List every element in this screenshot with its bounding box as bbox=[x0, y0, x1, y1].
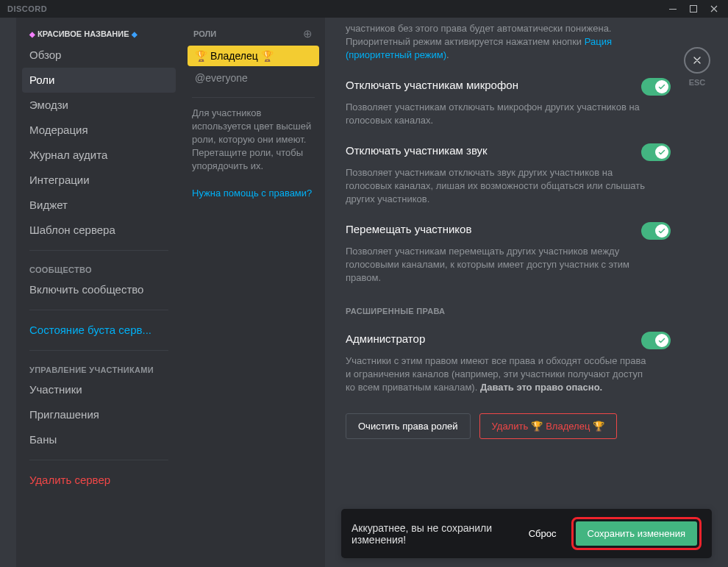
section-community: СООБЩЕСТВО bbox=[22, 258, 176, 277]
clear-role-permissions-button[interactable]: Очистить права ролей bbox=[346, 413, 471, 439]
permission-move-members: Перемещать участников Позволяет участник… bbox=[346, 222, 671, 285]
toggle-move-members[interactable] bbox=[641, 222, 671, 240]
delete-role-button[interactable]: Удалить 🏆 Владелец 🏆 bbox=[479, 413, 618, 439]
trophy-icon: 🏆 bbox=[531, 421, 543, 432]
sidebar-item-members[interactable]: Участники bbox=[22, 377, 176, 402]
sidebar-item-integrations[interactable]: Интеграции bbox=[22, 168, 176, 193]
sidebar-item-moderation[interactable]: Модерация bbox=[22, 118, 176, 143]
permission-description: Участники с этим правом имеют все права … bbox=[346, 354, 647, 394]
settings-sidebar: ◆ КРАСИВОЕ НАЗВАНИЕ ◆ Обзор Роли Эмодзи … bbox=[16, 18, 182, 567]
sidebar-item-boost-status[interactable]: Состояние буста серв... bbox=[22, 318, 176, 343]
sidebar-item-overview[interactable]: Обзор bbox=[22, 43, 176, 68]
close-button[interactable] bbox=[704, 1, 724, 17]
trophy-icon: 🏆 bbox=[195, 50, 207, 62]
permission-title: Отключать участникам звук bbox=[346, 143, 488, 158]
title-bar: DISCORD bbox=[0, 0, 728, 18]
roles-column: РОЛИ ⊕ 🏆 Владелец 🏆 @everyone Для участн… bbox=[182, 18, 325, 567]
trophy-icon: 🏆 bbox=[593, 421, 604, 432]
close-icon bbox=[684, 47, 710, 74]
unsaved-changes-bar: Аккуратнее, вы не сохранили изменения! С… bbox=[341, 509, 712, 558]
close-settings-button[interactable]: ESC bbox=[684, 47, 710, 87]
server-name-header: ◆ КРАСИВОЕ НАЗВАНИЕ ◆ bbox=[22, 25, 176, 43]
divider bbox=[29, 350, 168, 351]
advanced-permissions-header: РАСШИРЕННЫЕ ПРАВА bbox=[346, 307, 671, 315]
roles-help-link[interactable]: Нужна помощь с правами? bbox=[188, 188, 319, 199]
toggle-mute-members[interactable] bbox=[641, 78, 671, 96]
esc-label: ESC bbox=[689, 78, 706, 87]
trophy-icon: 🏆 bbox=[261, 50, 274, 62]
svg-rect-1 bbox=[690, 6, 697, 13]
permission-title: Администратор bbox=[346, 332, 425, 346]
sidebar-item-invites[interactable]: Приглашения bbox=[22, 402, 176, 427]
sidebar-item-audit-log[interactable]: Журнал аудита bbox=[22, 143, 176, 168]
divider bbox=[29, 460, 168, 460]
permission-description: Позволяет участникам отключать звук друг… bbox=[346, 166, 647, 206]
permission-mute-members: Отключать участникам микрофон Позволяет … bbox=[346, 78, 671, 127]
divider bbox=[192, 97, 315, 98]
divider bbox=[29, 250, 168, 251]
permission-title: Перемещать участников bbox=[346, 222, 471, 237]
add-role-button[interactable]: ⊕ bbox=[301, 28, 313, 40]
sidebar-item-emoji[interactable]: Эмодзи bbox=[22, 93, 176, 118]
save-highlight: Сохранить изменения bbox=[571, 517, 702, 550]
save-changes-button[interactable]: Сохранить изменения bbox=[576, 521, 698, 546]
roles-header-title: РОЛИ bbox=[193, 29, 216, 38]
roles-hint-text: Для участников используется цвет высшей … bbox=[188, 107, 319, 173]
toggle-deafen-members[interactable] bbox=[641, 143, 671, 161]
content-area: ESC участников без этого права будет авт… bbox=[325, 18, 728, 567]
app-name: DISCORD bbox=[7, 4, 47, 13]
window-controls bbox=[663, 1, 724, 17]
sidebar-item-template[interactable]: Шаблон сервера bbox=[22, 218, 176, 243]
maximize-button[interactable] bbox=[684, 1, 703, 17]
role-item-everyone[interactable]: @everyone bbox=[188, 68, 319, 88]
reset-button[interactable]: Сброс bbox=[518, 522, 567, 545]
lead-description: участников без этого права будет автомат… bbox=[346, 22, 671, 62]
divider bbox=[29, 310, 168, 310]
role-item-owner[interactable]: 🏆 Владелец 🏆 bbox=[188, 46, 319, 66]
section-member-mgmt: УПРАВЛЕНИЕ УЧАСТНИКАМИ bbox=[22, 358, 176, 377]
sidebar-item-roles[interactable]: Роли bbox=[22, 68, 176, 93]
permission-title: Отключать участникам микрофон bbox=[346, 78, 518, 93]
sidebar-item-enable-community[interactable]: Включить сообщество bbox=[22, 277, 176, 302]
minimize-button[interactable] bbox=[663, 1, 682, 17]
permission-description: Позволяет участникам перемещать других у… bbox=[346, 245, 647, 285]
sidebar-item-widget[interactable]: Виджет bbox=[22, 193, 176, 218]
sidebar-item-bans[interactable]: Баны bbox=[22, 427, 176, 452]
permission-deafen-members: Отключать участникам звук Позволяет учас… bbox=[346, 143, 671, 206]
permission-description: Позволяет участникам отключать микрофон … bbox=[346, 101, 647, 127]
sidebar-item-delete-server[interactable]: Удалить сервер bbox=[22, 468, 176, 493]
permission-administrator: Администратор Участники с этим правом им… bbox=[346, 332, 671, 394]
toggle-administrator[interactable] bbox=[641, 332, 671, 349]
unsaved-text: Аккуратнее, вы не сохранили изменения! bbox=[351, 522, 518, 546]
svg-rect-0 bbox=[669, 9, 677, 10]
